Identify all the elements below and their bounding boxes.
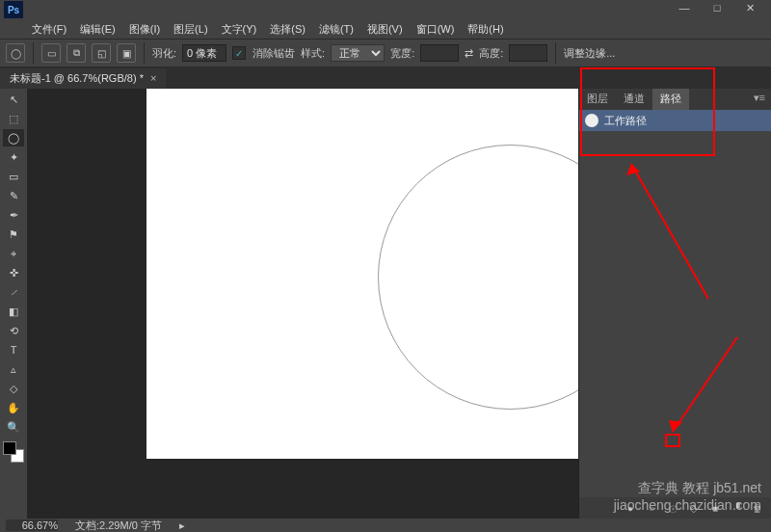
height-input[interactable] [509, 44, 547, 62]
tool-preset-icon[interactable]: ◯ [6, 43, 25, 63]
foreground-swatch[interactable] [3, 441, 16, 455]
title-bar: Ps — □ ✕ [0, 0, 771, 19]
document-tab-title: 未标题-1 @ 66.7%(RGB/8) * [10, 72, 144, 84]
tab-paths[interactable]: 路径 [652, 89, 689, 110]
refine-edge-button[interactable]: 调整边缘... [564, 46, 615, 61]
zoom-level-input[interactable] [6, 519, 58, 531]
menu-help[interactable]: 帮助(H) [463, 21, 508, 38]
tab-layers[interactable]: 图层 [579, 89, 616, 110]
panel-tabs: 图层 通道 路径 ▾≡ [579, 89, 771, 110]
stamp-tool[interactable]: ⚑ [3, 226, 24, 243]
new-selection-icon[interactable]: ▭ [41, 43, 61, 63]
svg-line-0 [631, 164, 708, 299]
canvas-area[interactable] [27, 89, 578, 519]
app-logo: Ps [4, 1, 23, 18]
menu-select[interactable]: 选择(S) [265, 21, 310, 38]
toolbox: ↖ ⬚ ◯ ✦ ▭ ✎ ✒ ⚑ ⌖ ✜ ⟋ ◧ ⟲ T ▵ ◇ ✋ 🔍 [0, 89, 27, 519]
zoom-tool[interactable]: 🔍 [3, 418, 24, 436]
add-selection-icon[interactable]: ⧉ [66, 43, 86, 63]
path-item-label: 工作路径 [604, 114, 647, 128]
maximize-button[interactable]: □ [704, 2, 731, 17]
antialias-group: ✓ 消除锯齿 [232, 46, 295, 61]
path-thumbnail [585, 114, 598, 127]
menu-view[interactable]: 视图(V) [362, 21, 408, 38]
intersect-selection-icon[interactable]: ▣ [117, 43, 136, 63]
minimize-button[interactable]: — [671, 2, 698, 17]
ellipse-marquee-tool[interactable]: ◯ [3, 129, 24, 146]
feather-label: 羽化: [152, 46, 176, 61]
circle-work-path[interactable] [378, 145, 578, 410]
document-tab-close-icon[interactable]: × [150, 72, 156, 84]
shape-tool[interactable]: ◇ [3, 380, 24, 397]
style-select[interactable]: 正常 [331, 44, 385, 62]
blur-tool[interactable]: ◧ [3, 303, 24, 320]
eraser-tool[interactable]: ✜ [3, 264, 24, 281]
swap-icon[interactable]: ⇄ [465, 47, 473, 60]
subtract-selection-icon[interactable]: ◱ [92, 43, 111, 63]
menu-window[interactable]: 窗口(W) [412, 21, 460, 38]
gradient-tool[interactable]: ⟋ [3, 283, 24, 301]
menu-image[interactable]: 图像(I) [124, 21, 165, 38]
menu-edit[interactable]: 编辑(E) [75, 21, 120, 38]
pen-tool[interactable]: ▵ [3, 360, 24, 378]
watermark: 查字典 教程 jb51.net jiaocheng.chazidian.com [614, 480, 761, 513]
annotation-arrow-2 [655, 328, 752, 443]
options-bar: ◯ ▭ ⧉ ◱ ▣ 羽化: ✓ 消除锯齿 样式: 正常 宽度: ⇄ 高度: 调整… [0, 39, 771, 67]
feather-input[interactable] [182, 44, 226, 62]
move-tool[interactable]: ↖ [3, 91, 24, 108]
annotation-arrow-1 [617, 154, 723, 308]
menu-bar: 文件(F) 编辑(E) 图像(I) 图层(L) 文字(Y) 选择(S) 滤镜(T… [0, 19, 771, 39]
hand-tool[interactable]: ✋ [3, 399, 24, 416]
antialias-checkbox[interactable]: ✓ [232, 46, 246, 60]
antialias-label: 消除锯齿 [253, 46, 295, 61]
svg-line-2 [673, 337, 737, 432]
width-label: 宽度: [390, 46, 414, 61]
dodge-tool[interactable]: ⟲ [3, 322, 24, 339]
document-tab[interactable]: 未标题-1 @ 66.7%(RGB/8) * × [0, 68, 166, 89]
crop-tool[interactable]: ▭ [3, 168, 24, 185]
close-button[interactable]: ✕ [736, 2, 763, 17]
menu-filter[interactable]: 滤镜(T) [314, 21, 359, 38]
window-controls: — □ ✕ [671, 2, 771, 17]
document-tab-bar: 未标题-1 @ 66.7%(RGB/8) * × [0, 67, 771, 89]
menu-type[interactable]: 文字(Y) [217, 21, 262, 38]
menu-file[interactable]: 文件(F) [27, 21, 71, 38]
status-expand-icon[interactable]: ▸ [179, 519, 185, 532]
type-tool[interactable]: T [3, 341, 24, 359]
svg-marker-3 [669, 420, 682, 432]
path-item[interactable]: 工作路径 [579, 110, 771, 131]
status-bar: 文档:2.29M/0 字节 ▸ [0, 519, 771, 532]
document-canvas[interactable] [146, 89, 578, 459]
rect-marquee-tool[interactable]: ⬚ [3, 110, 24, 127]
style-label: 样式: [301, 46, 325, 61]
eyedropper-tool[interactable]: ✎ [3, 187, 24, 204]
color-swatches[interactable] [3, 441, 24, 463]
panel-menu-icon[interactable]: ▾≡ [748, 89, 771, 110]
document-info: 文档:2.29M/0 字节 [75, 519, 162, 533]
height-label: 高度: [479, 46, 503, 61]
tab-channels[interactable]: 通道 [616, 89, 652, 110]
history-brush-tool[interactable]: ⌖ [3, 245, 24, 262]
width-input[interactable] [420, 44, 459, 62]
menu-layer[interactable]: 图层(L) [169, 21, 212, 38]
brush-tool[interactable]: ✒ [3, 206, 24, 224]
lasso-tool[interactable]: ✦ [3, 148, 24, 166]
